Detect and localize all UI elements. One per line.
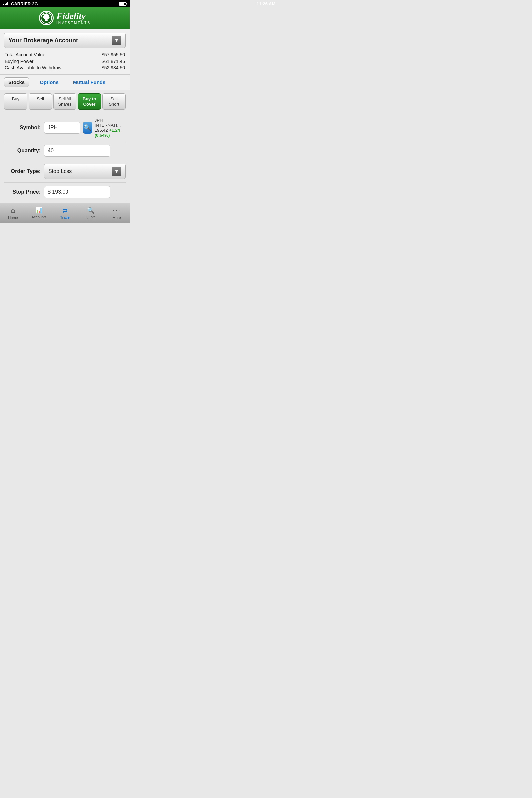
account-details: Total Account Value $57,955.50 Buying Po… — [4, 51, 126, 71]
account-row-1: Buying Power $61,871.45 — [5, 58, 125, 64]
svg-line-5 — [41, 17, 43, 17]
order-type-label: Order Type: — [4, 168, 41, 174]
svg-point-6 — [45, 16, 48, 19]
carrier-label: CARRIER — [11, 1, 31, 6]
account-row-0: Total Account Value $57,955.50 — [5, 51, 125, 58]
order-btn-sell-short-label: SellShort — [109, 96, 119, 107]
order-type-chevron: ▼ — [114, 169, 119, 174]
nav-quote-label: Quote — [86, 215, 96, 219]
account-value-1: $61,871.45 — [102, 58, 125, 64]
tab-stocks[interactable]: Stocks — [4, 77, 29, 87]
nav-home-label: Home — [8, 216, 18, 220]
signal-bar-2 — [5, 4, 6, 5]
nav-home[interactable]: ⌂ Home — [0, 203, 26, 223]
svg-line-3 — [49, 17, 51, 17]
account-label-2: Cash Available to Withdraw — [5, 65, 61, 71]
search-button[interactable]: 🔍 — [83, 122, 92, 134]
network-label: 3G — [32, 1, 38, 6]
signal-bars — [3, 2, 8, 5]
order-buttons: Buy Sell Sell AllShares Buy toCover Sell… — [4, 93, 126, 110]
signal-bar-1 — [3, 4, 4, 5]
more-icon: ··· — [113, 206, 121, 215]
symbol-label: Symbol: — [4, 125, 41, 131]
logo-investments-text: INVESTMENTS — [56, 21, 91, 25]
stock-price-value: 195.42 — [95, 128, 108, 133]
signal-bar-3 — [6, 3, 7, 5]
stock-price: 195.42 +1.24 (0.64%) — [95, 128, 126, 138]
account-label-1: Buying Power — [5, 58, 33, 64]
logo-fidelity-text: Fidelity — [56, 11, 91, 21]
account-value-2: $52,934.50 — [102, 65, 125, 71]
quantity-input-container — [44, 145, 126, 157]
trade-icon: ⇄ — [62, 207, 68, 214]
logo-text: Fidelity INVESTMENTS — [56, 11, 91, 25]
home-icon: ⌂ — [11, 206, 15, 215]
account-row-2: Cash Available to Withdraw $52,934.50 — [5, 64, 125, 71]
nav-quote[interactable]: 🔍 Quote — [78, 203, 104, 223]
order-type-arrow: ▼ — [112, 167, 121, 176]
quantity-row: Quantity: — [4, 141, 126, 160]
order-btn-buy-to-cover-label: Buy toCover — [83, 96, 96, 107]
tab-options-label: Options — [40, 79, 58, 85]
svg-line-4 — [43, 14, 44, 16]
logo: Fidelity INVESTMENTS — [39, 11, 91, 25]
account-value-0: $57,955.50 — [102, 52, 125, 57]
form-section: Symbol: 🔍 JPH INTERNATI... 195.42 +1.24 … — [0, 113, 130, 203]
bottom-nav: ⌂ Home 📊 Accounts ⇄ Trade 🔍 Quote ··· Mo… — [0, 203, 130, 223]
account-name: Your Brokerage Account — [8, 37, 78, 44]
quantity-input[interactable] — [44, 145, 110, 157]
account-dropdown-arrow[interactable]: ▼ — [112, 36, 121, 45]
order-btn-sell[interactable]: Sell — [28, 93, 52, 110]
order-btn-sell-all-label: Sell AllShares — [58, 96, 72, 107]
symbol-input[interactable] — [44, 122, 80, 134]
order-type-value: Stop Loss — [48, 168, 72, 174]
order-type-input-container: Stop Loss ▼ — [44, 164, 126, 179]
order-btn-buy-to-cover[interactable]: Buy toCover — [78, 93, 101, 110]
order-buttons-section: Buy Sell Sell AllShares Buy toCover Sell… — [0, 90, 130, 113]
order-btn-buy[interactable]: Buy — [4, 93, 27, 110]
signal-bar-4 — [7, 2, 8, 5]
nav-more-label: More — [112, 216, 121, 220]
nav-more[interactable]: ··· More — [104, 203, 130, 223]
tab-mutual-funds[interactable]: Mutual Funds — [69, 78, 110, 87]
nav-trade[interactable]: ⇄ Trade — [52, 203, 78, 223]
battery-fill — [120, 3, 125, 5]
account-section: Your Brokerage Account ▼ Total Account V… — [0, 29, 130, 75]
symbol-input-container: 🔍 JPH INTERNATI... 195.42 +1.24 (0.64%) — [44, 118, 126, 138]
nav-trade-label: Trade — [60, 215, 70, 220]
search-icon: 🔍 — [84, 124, 91, 131]
order-btn-sell-label: Sell — [37, 96, 44, 101]
accounts-icon: 📊 — [35, 207, 42, 214]
order-type-row: Order Type: Stop Loss ▼ — [4, 160, 126, 183]
stock-name: JPH INTERNATI... — [95, 118, 126, 128]
stop-price-input[interactable] — [44, 186, 110, 198]
status-bar: CARRIER 3G 11:26 AM — [0, 0, 130, 7]
trade-type-tabs: Stocks Options Mutual Funds — [0, 75, 130, 90]
order-btn-buy-label: Buy — [12, 96, 19, 101]
nav-accounts-label: Accounts — [31, 215, 46, 219]
battery-icon — [119, 2, 126, 6]
nav-accounts[interactable]: 📊 Accounts — [26, 203, 52, 223]
order-btn-sell-all[interactable]: Sell AllShares — [53, 93, 76, 110]
logo-emblem — [41, 12, 52, 24]
status-bar-left: CARRIER 3G — [3, 1, 38, 6]
stop-price-row: Stop Price: — [4, 183, 126, 202]
stock-info: JPH INTERNATI... 195.42 +1.24 (0.64%) — [95, 118, 126, 138]
tab-options[interactable]: Options — [36, 78, 62, 87]
svg-line-2 — [48, 14, 49, 16]
symbol-row: Symbol: 🔍 JPH INTERNATI... 195.42 +1.24 … — [4, 114, 126, 141]
logo-circle — [39, 11, 54, 25]
order-type-dropdown[interactable]: Stop Loss ▼ — [44, 164, 126, 179]
app-header: Fidelity INVESTMENTS — [0, 7, 130, 29]
status-bar-right — [119, 2, 126, 6]
account-label-0: Total Account Value — [5, 52, 45, 57]
order-btn-sell-short[interactable]: SellShort — [102, 93, 126, 110]
quantity-label: Quantity: — [4, 148, 41, 154]
stop-price-input-container — [44, 186, 126, 198]
account-dropdown[interactable]: Your Brokerage Account ▼ — [4, 33, 126, 48]
quote-icon: 🔍 — [87, 207, 94, 214]
tab-stocks-label: Stocks — [8, 79, 25, 85]
dropdown-arrow-icon: ▼ — [114, 38, 119, 43]
stop-price-label: Stop Price: — [4, 189, 41, 195]
tab-mutual-funds-label: Mutual Funds — [73, 79, 106, 85]
